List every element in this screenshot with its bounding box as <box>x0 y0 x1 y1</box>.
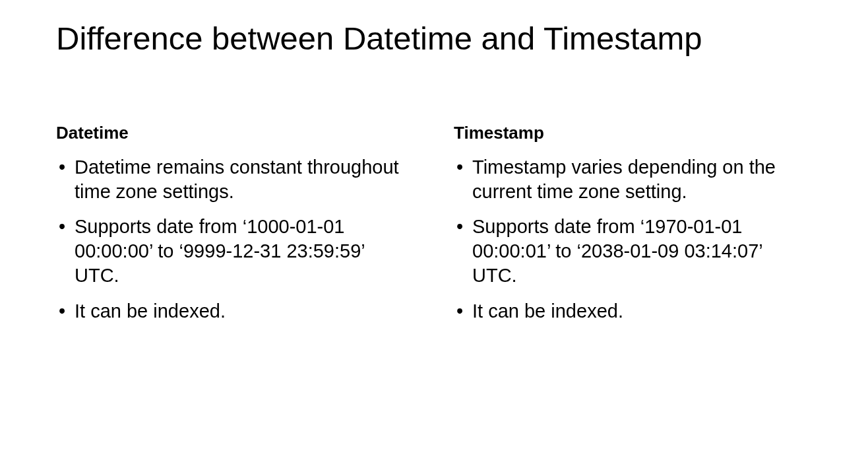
columns-container: Datetime Datetime remains constant throu… <box>56 123 812 334</box>
column-heading-timestamp: Timestamp <box>454 123 812 143</box>
list-item: Supports date from ‘1970-01-01 00:00:01’… <box>454 215 812 288</box>
column-datetime: Datetime Datetime remains constant throu… <box>56 123 414 334</box>
list-item: It can be indexed. <box>454 299 812 324</box>
bullet-list-datetime: Datetime remains constant throughout tim… <box>56 155 414 324</box>
column-heading-datetime: Datetime <box>56 123 414 143</box>
list-item: It can be indexed. <box>56 299 414 324</box>
bullet-list-timestamp: Timestamp varies depending on the curren… <box>454 155 812 324</box>
list-item: Timestamp varies depending on the curren… <box>454 155 812 204</box>
column-timestamp: Timestamp Timestamp varies depending on … <box>454 123 812 334</box>
slide-title: Difference between Datetime and Timestam… <box>56 20 812 57</box>
list-item: Datetime remains constant throughout tim… <box>56 155 414 204</box>
list-item: Supports date from ‘1000-01-01 00:00:00’… <box>56 215 414 288</box>
